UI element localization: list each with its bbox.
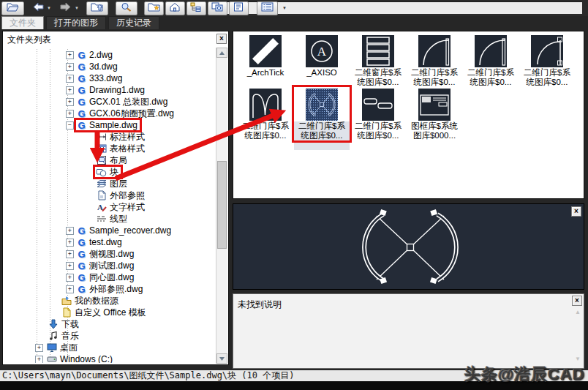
block-item[interactable]: 二维门库$系统图库$0... [519,34,575,87]
block-item[interactable]: A_AXISO [294,34,350,87]
collapse-box-icon[interactable]: − [66,121,74,130]
tree-item-body[interactable]: 表格样式 [95,143,147,154]
tree-item-body[interactable]: Gtest.dwg [76,237,124,247]
tree-item[interactable]: +G测试图.dwg [4,260,216,271]
tree-item[interactable]: +G3d.dwg [4,61,216,72]
close-icon[interactable]: × [572,296,582,306]
tree-item[interactable]: +桌面 [4,342,216,353]
expand-box-icon[interactable]: + [35,344,43,352]
expand-box-icon[interactable]: + [66,274,74,282]
tree-item[interactable]: +Gtest.dwg [4,236,216,248]
tree-item-body[interactable]: GGCX.06胎圈预置.dwg [76,108,176,119]
tree-item-body[interactable]: A文字样式 [95,202,147,212]
tree-item[interactable]: +GGCX.06胎圈预置.dwg [4,108,216,119]
forward-dropdown-icon[interactable]: ▼ [75,6,79,10]
expand-box-icon[interactable]: + [66,250,74,258]
tree-item[interactable]: 我的数据源 [4,295,216,307]
expand-box-icon[interactable]: + [35,356,43,364]
annotation-highlight-box[interactable]: GSample.dwg [76,120,140,130]
tree-item[interactable]: +G外部参照.dwg [4,283,216,295]
description-toggle-button[interactable] [229,1,249,15]
open-folder-button[interactable] [1,1,24,15]
block-item[interactable]: 图框库$系统图库$000... [407,87,462,140]
tree-item[interactable]: 外部参照 [4,190,216,201]
scroll-down-icon[interactable] [216,353,227,364]
tree-item[interactable]: 音乐 [4,330,216,342]
home-button[interactable] [165,1,185,15]
block-item[interactable]: 二维门库$系统图库$0... [463,34,519,87]
tree-item[interactable]: 自定义 Office 模板 [4,307,216,318]
tab-history[interactable]: 历史记录 [108,16,159,29]
views-dropdown-icon[interactable]: ▼ [282,6,287,10]
tab-folders[interactable]: 文件夹 [1,16,44,29]
scroll-up-icon[interactable] [216,48,227,58]
expand-box-icon[interactable]: + [66,285,74,293]
expand-box-icon[interactable]: + [66,51,74,59]
tree-item-body[interactable]: 自定义 Office 模板 [60,307,148,318]
tree-item[interactable]: +GSample_recover.dwg [4,225,216,236]
tree-item-body[interactable]: GDrawing1.dwg [76,85,147,95]
tree-item[interactable]: 线型 [4,213,216,225]
tree-item[interactable]: +G333.dwg [4,72,216,84]
block-item[interactable]: 二维窗库$系统图库$0... [350,34,406,87]
tree-item-body[interactable]: G3d.dwg [76,61,120,72]
tree-item-body[interactable]: 我的数据源 [60,296,121,306]
up-one-level-button[interactable] [86,1,108,15]
tree-item[interactable]: +Windows (C:) [4,353,216,363]
views-button[interactable] [257,1,278,15]
tree-item[interactable]: +G同心圆.dwg [4,271,216,283]
tree-scrollbar[interactable] [216,48,227,364]
tree-item-body[interactable]: GGCX.01 总装图.dwg [76,97,170,107]
expand-box-icon[interactable]: + [66,63,74,71]
forward-button[interactable] [58,1,74,15]
close-icon[interactable]: × [571,206,581,217]
tree-item-body[interactable]: G外部参照.dwg [76,284,145,294]
tree-item-body[interactable]: 标注样式 [95,132,147,142]
tree-item-body[interactable]: G333.dwg [76,73,124,83]
expand-box-icon[interactable]: + [66,262,74,270]
favorites-button[interactable] [144,1,164,15]
tree-item-body[interactable]: 下载 [47,319,81,329]
expand-box-icon[interactable]: + [66,110,74,118]
block-item[interactable]: 二维门库$系统图库$0... [407,34,462,87]
tree-item[interactable]: −GSample.dwg [4,119,216,131]
expand-box-icon[interactable]: + [66,239,74,247]
tree-item[interactable]: +G侧视图.dwg [4,248,216,260]
scroll-down-icon[interactable]: ▼ [575,356,581,362]
tree-item[interactable]: A文字样式 [4,201,216,213]
expand-box-icon[interactable]: + [66,227,74,235]
tree-item-body[interactable]: GSample_recover.dwg [76,225,173,236]
block-item[interactable]: _ArchTick [238,34,293,87]
preview-toggle-button[interactable] [208,1,227,15]
tree-item-body[interactable]: 桌面 [45,342,80,353]
block-item[interactable]: 二维门库$系统图库$0... [238,87,293,140]
expand-box-icon[interactable]: + [66,86,74,94]
close-icon[interactable]: × [216,34,227,44]
tree-view-toggle-button[interactable] [186,1,206,15]
expand-box-icon[interactable]: + [66,98,74,106]
tree-item[interactable]: 表格样式 [4,143,216,154]
tree-item-body[interactable]: 线型 [95,214,129,224]
back-button[interactable] [30,1,46,15]
block-item-selected[interactable]: 二维门库$系统图库$0... [294,87,350,140]
tree-item-body[interactable]: G2.dwg [76,50,115,60]
tree-item-body[interactable]: G同心圆.dwg [76,272,136,282]
tree-item[interactable]: 下载 [4,318,216,330]
tree-item-body[interactable]: G测试图.dwg [76,260,136,271]
tree-item[interactable]: 布局 [4,154,216,166]
annotation-highlight-box[interactable]: 块 [95,167,121,177]
tree-item[interactable]: +GGCX.01 总装图.dwg [4,96,216,108]
tree-item[interactable]: 标注样式 [4,131,216,143]
back-dropdown-icon[interactable]: ▼ [47,6,51,10]
tree-item-body[interactable]: 布局 [95,155,129,165]
tree-item[interactable]: 块 [4,166,216,178]
scroll-up-icon[interactable]: ▲ [575,309,581,315]
tree-item-body[interactable]: 图层 [95,179,129,189]
tree-item-body[interactable]: 音乐 [47,331,81,341]
tree-item-body[interactable]: 外部参照 [95,190,147,200]
expand-box-icon[interactable]: + [66,75,74,83]
tree-item[interactable]: +GDrawing1.dwg [4,84,216,96]
search-button[interactable] [116,1,137,15]
tree-item[interactable]: +G2.dwg [4,49,216,61]
tree-item-body[interactable]: G侧视图.dwg [76,249,136,259]
